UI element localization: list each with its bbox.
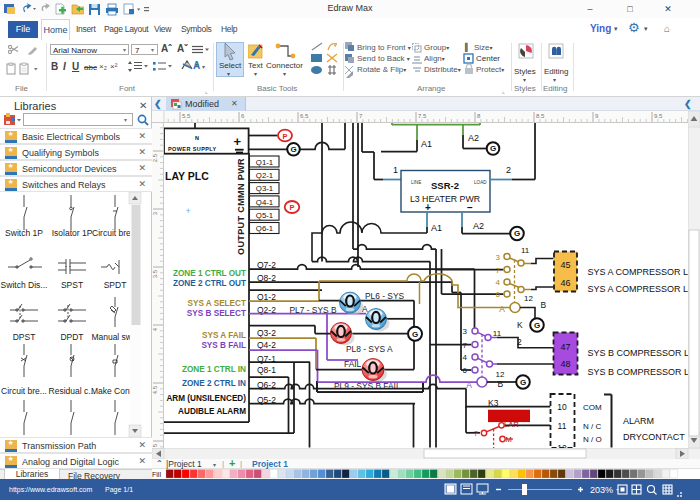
svg-text:4: 4 xyxy=(496,278,501,287)
svg-text:COM: COM xyxy=(583,403,602,412)
svg-text:Q3-1: Q3-1 xyxy=(256,184,273,193)
svg-text:SYS B COMPRESSOR L: SYS B COMPRESSOR L xyxy=(588,367,689,377)
svg-text:Q7-2: Q7-2 xyxy=(257,260,276,270)
svg-text:6: 6 xyxy=(463,366,468,375)
svg-text:Q6-1: Q6-1 xyxy=(256,224,273,233)
svg-text:46: 46 xyxy=(560,278,570,288)
svg-text:7: 7 xyxy=(496,266,501,275)
svg-text:G: G xyxy=(290,145,296,154)
svg-text:Q1-1: Q1-1 xyxy=(256,158,273,167)
svg-text:12: 12 xyxy=(496,370,505,379)
svg-text:Residual c...: Residual c... xyxy=(49,386,96,396)
svg-text:ALARM: ALARM xyxy=(623,416,654,426)
svg-text:B: B xyxy=(498,379,504,389)
svg-text:LAY PLC: LAY PLC xyxy=(165,170,209,182)
svg-text:POWER SUPPLY: POWER SUPPLY xyxy=(168,146,217,152)
svg-text:Q3-2: Q3-2 xyxy=(257,328,276,338)
svg-text:LOAD: LOAD xyxy=(474,180,487,185)
svg-text:Q5-1: Q5-1 xyxy=(256,211,273,220)
svg-text:ARM (UNSILENCED): ARM (UNSILENCED) xyxy=(166,394,246,403)
svg-text:A1: A1 xyxy=(431,223,442,233)
svg-text:2: 2 xyxy=(517,337,522,347)
svg-text:Q8-1: Q8-1 xyxy=(257,365,276,375)
svg-text:Switch 1P: Switch 1P xyxy=(5,228,43,238)
svg-text:G: G xyxy=(514,229,520,238)
svg-text:P: P xyxy=(282,132,287,141)
svg-text:12: 12 xyxy=(557,443,567,448)
svg-text:Q4-2: Q4-2 xyxy=(257,340,276,350)
svg-text:47: 47 xyxy=(560,342,570,352)
svg-text:SYS A COMPRESSOR L: SYS A COMPRESSOR L xyxy=(588,267,689,277)
svg-text:3: 3 xyxy=(496,253,501,262)
svg-text:B: B xyxy=(541,300,547,310)
svg-text:+: + xyxy=(425,202,431,213)
svg-text:−: − xyxy=(467,202,473,213)
svg-text:11: 11 xyxy=(521,246,530,255)
svg-text:DRYCONTACT: DRYCONTACT xyxy=(623,432,685,442)
svg-text:DPST: DPST xyxy=(13,332,36,342)
svg-text:Q8-2: Q8-2 xyxy=(257,273,276,283)
svg-text:4: 4 xyxy=(463,353,468,362)
svg-text:+: + xyxy=(186,206,191,216)
svg-text:N / C: N / C xyxy=(583,422,601,431)
svg-text:K: K xyxy=(517,320,523,330)
svg-text:Q2-1: Q2-1 xyxy=(256,171,273,180)
svg-text:FAIL: FAIL xyxy=(344,359,362,369)
svg-text:SYS A SELECT: SYS A SELECT xyxy=(187,299,246,308)
svg-text:DPDT: DPDT xyxy=(60,332,83,342)
svg-text:5.5: 5.5 xyxy=(182,113,191,119)
svg-text:SYS A COMPRESSOR L: SYS A COMPRESSOR L xyxy=(588,284,689,294)
svg-text:1: 1 xyxy=(393,165,398,175)
svg-text:SSR-2: SSR-2 xyxy=(431,180,459,191)
svg-text:G: G xyxy=(534,321,540,330)
svg-text:LINE: LINE xyxy=(411,180,421,185)
svg-text:P: P xyxy=(289,203,294,212)
svg-text:7: 7 xyxy=(463,341,468,350)
svg-text:PL8 - SYS A: PL8 - SYS A xyxy=(346,344,393,354)
svg-text:7: 7 xyxy=(474,430,478,437)
svg-text:AUDIBLE ALARM: AUDIBLE ALARM xyxy=(178,407,246,416)
svg-text:6.5: 6.5 xyxy=(300,113,309,119)
svg-text:8.5: 8.5 xyxy=(536,113,545,119)
svg-text:A: A xyxy=(362,304,368,314)
svg-text:G: G xyxy=(412,330,418,339)
svg-text:7.5: 7.5 xyxy=(418,113,427,119)
svg-text:A: A xyxy=(499,304,505,314)
svg-text:G: G xyxy=(490,144,496,153)
svg-text:10: 10 xyxy=(557,402,567,412)
svg-text:4.5: 4.5 xyxy=(152,385,158,394)
svg-text:OUTPUT CMMN PWR: OUTPUT CMMN PWR xyxy=(236,158,246,255)
svg-text:A: A xyxy=(466,380,472,390)
svg-text:48: 48 xyxy=(560,359,570,369)
svg-text:12: 12 xyxy=(524,294,533,303)
svg-text:SPDT: SPDT xyxy=(104,280,127,290)
svg-text:A2: A2 xyxy=(468,133,479,143)
svg-text:Isolator 1P: Isolator 1P xyxy=(52,228,93,238)
svg-text:ZONE 1 CTRL IN: ZONE 1 CTRL IN xyxy=(182,365,246,374)
svg-text:2.5: 2.5 xyxy=(152,153,158,162)
svg-text:Switch Dis...: Switch Dis... xyxy=(1,280,48,290)
svg-text:A2: A2 xyxy=(473,221,484,231)
svg-text:SYS A FAIL: SYS A FAIL xyxy=(202,331,246,340)
svg-text:11: 11 xyxy=(493,329,502,338)
svg-text:SYS B FAIL: SYS B FAIL xyxy=(201,341,246,350)
svg-text:N: N xyxy=(195,135,199,141)
svg-text:N / O: N / O xyxy=(583,435,602,444)
svg-text:Q4-1: Q4-1 xyxy=(256,198,273,207)
svg-text:A1: A1 xyxy=(421,139,432,149)
svg-text:ZONE 2 CTRL IN: ZONE 2 CTRL IN xyxy=(182,379,246,388)
svg-text:ZONE 2 CTRL OUT: ZONE 2 CTRL OUT xyxy=(173,279,246,288)
svg-text:2: 2 xyxy=(506,165,511,175)
svg-text:SPST: SPST xyxy=(61,280,83,290)
svg-text:3.5: 3.5 xyxy=(152,269,158,278)
svg-text:3: 3 xyxy=(463,327,468,336)
svg-text:PL6 - SYS: PL6 - SYS xyxy=(365,291,405,301)
svg-text:G: G xyxy=(520,378,526,387)
svg-text:9.5: 9.5 xyxy=(654,113,663,119)
svg-text:11: 11 xyxy=(558,421,567,431)
svg-text:6: 6 xyxy=(496,290,501,299)
svg-text:PL7 - SYS B: PL7 - SYS B xyxy=(290,305,337,315)
svg-text:Circuit bre...: Circuit bre... xyxy=(1,386,47,396)
svg-text:SYS B COMPRESSOR L: SYS B COMPRESSOR L xyxy=(588,348,689,358)
svg-text:203%: 203% xyxy=(590,485,613,495)
